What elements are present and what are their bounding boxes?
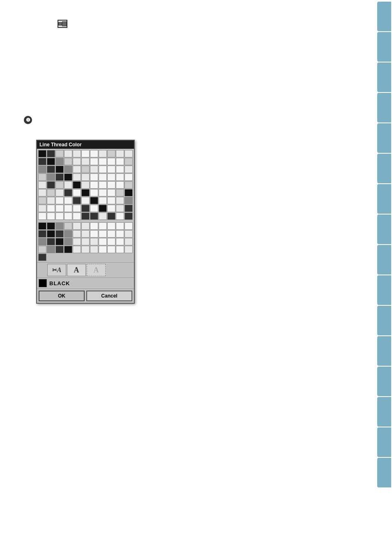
color-cell[interactable] [125,181,133,189]
color-cell[interactable] [38,158,46,165]
color-cell[interactable] [90,212,98,220]
color-cell[interactable] [55,230,64,238]
color-cell[interactable] [116,230,124,238]
color-cell[interactable] [116,158,124,165]
color-cell[interactable] [47,238,55,245]
sidebar-tab-5[interactable] [377,123,391,153]
color-cell[interactable] [125,212,133,220]
color-cell[interactable] [81,212,90,220]
color-cell[interactable] [90,238,98,245]
color-cell[interactable] [38,166,46,173]
color-cell[interactable] [116,197,124,204]
sidebar-tab-8[interactable] [377,215,391,244]
color-cell[interactable] [81,166,90,173]
color-cell[interactable] [64,181,72,189]
color-cell[interactable] [64,197,72,204]
sidebar-tab-13[interactable] [377,367,391,396]
color-cell[interactable] [55,246,64,253]
color-cell[interactable] [73,158,81,165]
color-cell[interactable] [64,173,72,181]
color-cell[interactable] [99,189,107,196]
color-cell[interactable] [47,158,55,165]
color-cell[interactable] [116,166,124,173]
color-cell[interactable] [99,173,107,181]
color-cell[interactable] [38,212,46,220]
color-cell[interactable] [81,150,90,157]
color-cell[interactable] [64,189,72,196]
color-cell[interactable] [38,173,46,181]
color-cell[interactable] [73,181,81,189]
color-cell[interactable] [64,205,72,212]
color-cell[interactable] [38,238,46,245]
color-cell[interactable] [38,197,46,204]
color-cell[interactable] [99,205,107,212]
sidebar-tab-9[interactable] [377,245,391,275]
sidebar-tab-7[interactable] [377,184,391,214]
sidebar-tab-6[interactable] [377,154,391,183]
color-cell[interactable] [64,246,72,253]
color-cell[interactable] [47,197,55,204]
color-cell[interactable] [107,238,115,245]
color-cell[interactable] [47,181,55,189]
color-cell[interactable] [38,222,46,230]
color-cell[interactable] [73,189,81,196]
color-cell[interactable] [73,222,81,230]
color-cell[interactable] [107,230,115,238]
color-cell[interactable] [107,222,115,230]
color-cell[interactable] [55,222,64,230]
color-cell[interactable] [38,230,46,238]
color-cell[interactable] [107,158,115,165]
color-cell[interactable] [55,181,64,189]
color-cell[interactable] [81,205,90,212]
color-cell[interactable] [73,246,81,253]
color-cell[interactable] [64,238,72,245]
color-cell[interactable] [73,238,81,245]
color-cell[interactable] [73,230,81,238]
color-cell[interactable] [81,189,90,196]
color-cell[interactable] [55,205,64,212]
color-cell[interactable] [47,205,55,212]
color-cell[interactable] [73,212,81,220]
color-cell[interactable] [90,205,98,212]
color-cell[interactable] [81,158,90,165]
color-cell[interactable] [47,212,55,220]
color-cell[interactable] [107,212,115,220]
color-cell[interactable] [73,150,81,157]
outline-style-icon[interactable]: A [67,264,86,276]
color-cell[interactable] [116,212,124,220]
color-cell[interactable] [125,205,133,212]
color-cell[interactable] [90,181,98,189]
dotted-style-icon[interactable]: A [87,264,106,276]
sidebar-tab-12[interactable] [377,336,391,366]
color-cell[interactable] [81,222,90,230]
color-cell[interactable] [99,166,107,173]
color-cell[interactable] [47,189,55,196]
sidebar-tab-1[interactable] [377,2,391,31]
color-cell[interactable] [116,222,124,230]
cancel-button[interactable]: Cancel [86,291,132,301]
color-cell[interactable] [99,212,107,220]
color-cell[interactable] [107,197,115,204]
sidebar-tab-4[interactable] [377,93,391,122]
color-cell[interactable] [81,181,90,189]
color-cell[interactable] [99,181,107,189]
color-cell[interactable] [64,230,72,238]
color-cell[interactable] [125,197,133,204]
scissors-style-icon[interactable]: ✂A [47,264,66,276]
color-cell[interactable] [64,212,72,220]
color-cell[interactable] [107,189,115,196]
color-cell[interactable] [38,254,46,261]
color-cell[interactable] [73,197,81,204]
color-cell[interactable] [99,246,107,253]
color-cell[interactable] [81,197,90,204]
color-cell[interactable] [107,173,115,181]
color-cell[interactable] [55,166,64,173]
color-cell[interactable] [90,189,98,196]
color-cell[interactable] [55,158,64,165]
color-cell[interactable] [125,173,133,181]
frame-icon[interactable] [58,20,67,28]
color-cell[interactable] [90,197,98,204]
ok-button[interactable]: OK [39,291,85,301]
color-cell[interactable] [90,222,98,230]
sidebar-tab-2[interactable] [377,32,391,62]
